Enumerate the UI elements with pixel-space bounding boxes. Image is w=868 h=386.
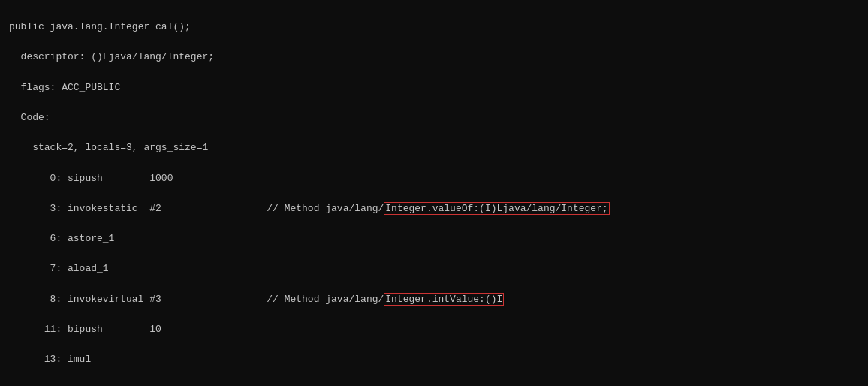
line-7: 3: invokestatic #2 // Method java/lang/I… (9, 202, 610, 215)
code-view: public java.lang.Integer cal(); descript… (0, 0, 868, 386)
line-8: 6: astore_1 (9, 233, 114, 244)
line-3: flags: ACC_PUBLIC (9, 82, 120, 93)
line-1: public java.lang.Integer cal(); (9, 21, 191, 32)
line-10: 8: invokevirtual #3 // Method java/lang/… (9, 293, 504, 306)
line-11: 11: bipush 10 (9, 324, 161, 335)
line-2: descriptor: ()Ljava/lang/Integer; (9, 51, 214, 62)
line-6: 0: sipush 1000 (9, 173, 173, 184)
line-12: 13: imul (9, 354, 91, 365)
line-5: stack=2, locals=3, args_size=1 (9, 142, 208, 153)
highlight-1: Integer.valueOf:(I)Ljava/lang/Integer; (384, 202, 609, 215)
line-4: Code: (9, 112, 50, 123)
line-9: 7: aload_1 (9, 263, 109, 274)
highlight-2: Integer.intValue:()I (384, 293, 504, 306)
